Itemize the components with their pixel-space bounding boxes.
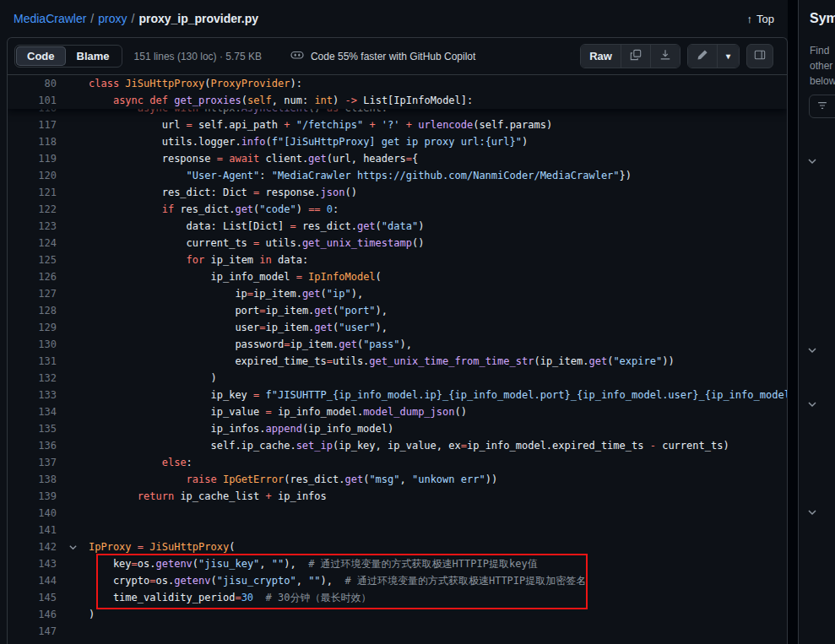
fold-gutter	[57, 437, 89, 454]
fold-gutter	[57, 302, 89, 319]
fold-gutter	[57, 133, 89, 150]
copilot-banner[interactable]: Code 55% faster with GitHub Copilot	[290, 48, 475, 64]
code-text: current_ts = utils.get_unix_timestamp()	[89, 235, 787, 252]
copy-raw-button[interactable]	[621, 45, 650, 68]
line-number[interactable]: 132	[8, 370, 57, 387]
raw-button[interactable]: Raw	[581, 45, 621, 68]
line-number[interactable]: 135	[8, 420, 57, 437]
symbols-panel-title: Sym	[810, 11, 835, 26]
code-text: url = self.api_path + "/fetchips" + '?' …	[89, 116, 787, 133]
line-number[interactable]: 125	[8, 252, 57, 268]
line-number[interactable]: 136	[8, 437, 57, 454]
code-text: port=ip_item.get("port"),	[89, 302, 787, 319]
fold-gutter	[57, 606, 89, 623]
code-line: 130 password=ip_item.get("pass"),	[8, 336, 787, 353]
code-text: async def get_proxies(self, num: int) ->…	[89, 92, 787, 109]
code-panel: CodeBlame 151 lines (130 loc) · 5.75 KB …	[7, 37, 788, 644]
breadcrumb-separator: /	[131, 12, 134, 25]
tab-blame[interactable]: Blame	[66, 46, 121, 66]
line-number[interactable]: 128	[8, 302, 57, 319]
chevron-down-icon	[807, 344, 817, 359]
chevron-down-icon	[807, 398, 817, 413]
code-line: 119 response = await client.get(url, hea…	[8, 150, 787, 167]
code-text: ip=ip_item.get("ip"),	[89, 285, 787, 302]
symbol-tree-item[interactable]	[807, 343, 835, 360]
line-number[interactable]: 134	[8, 403, 57, 420]
symbols-panel-toggle-button[interactable]	[746, 44, 773, 68]
code-text: return ip_cache_list + ip_infos	[89, 488, 787, 505]
code-text: self.ip_cache.set_ip(ip_key, ip_value, e…	[89, 437, 787, 454]
line-number[interactable]: 133	[8, 387, 57, 403]
line-number[interactable]: 120	[8, 167, 57, 184]
code-lines: 116 async with httpx.AsyncClient() as cl…	[8, 100, 787, 640]
symbol-tree-item[interactable]	[807, 397, 835, 414]
code-line: 143 key=os.getenv("jisu_key", ""), # 通过环…	[8, 555, 787, 572]
line-number[interactable]: 142	[8, 538, 57, 555]
panel-resize-divider[interactable]	[788, 0, 798, 644]
line-number[interactable]: 129	[8, 319, 57, 336]
code-line: 138 raise IpGetError(res_dict.get("msg",…	[8, 471, 787, 488]
line-number[interactable]: 143	[8, 555, 57, 572]
line-number[interactable]: 131	[8, 353, 57, 370]
line-number[interactable]: 119	[8, 150, 57, 167]
code-text: ip_info_model = IpInfoModel(	[89, 268, 787, 285]
line-number[interactable]: 117	[8, 116, 57, 133]
code-text: data: List[Dict] = res_dict.get("data")	[89, 218, 787, 235]
symbol-tree-item[interactable]	[807, 154, 835, 170]
code-text: res_dict: Dict = response.json()	[89, 184, 787, 201]
tab-code[interactable]: Code	[16, 46, 66, 66]
symbols-filter-input[interactable]	[809, 95, 835, 118]
line-number[interactable]: 144	[8, 572, 57, 589]
edit-button[interactable]	[688, 45, 717, 68]
line-number[interactable]: 145	[8, 589, 57, 606]
line-number[interactable]: 118	[8, 133, 57, 150]
fold-gutter	[57, 471, 89, 488]
line-number[interactable]: 123	[8, 218, 57, 235]
breadcrumb-repo-link[interactable]: MediaCrawler	[14, 12, 86, 25]
fold-gutter	[57, 387, 89, 403]
code-text: response = await client.get(url, headers…	[89, 150, 787, 167]
line-number[interactable]: 130	[8, 336, 57, 353]
code-line: 132 )	[8, 370, 787, 387]
edit-dropdown-button[interactable]: ▾	[717, 45, 739, 68]
line-number[interactable]: 127	[8, 285, 57, 302]
line-number[interactable]: 147	[8, 623, 57, 640]
line-number[interactable]: 146	[8, 606, 57, 623]
line-number[interactable]: 121	[8, 184, 57, 201]
download-icon	[659, 49, 671, 63]
breadcrumb-folder-link[interactable]: proxy	[98, 12, 127, 25]
code-text: )	[89, 370, 787, 387]
code-text: class JiSuHttpProxy(ProxyProvider):	[89, 75, 787, 92]
code-text: ip_value = ip_info_model.model_dump_json…	[89, 403, 787, 420]
file-toolbar: CodeBlame 151 lines (130 loc) · 5.75 KB …	[8, 38, 787, 75]
fold-gutter	[57, 454, 89, 471]
code-view-column: MediaCrawler / proxy / proxy_ip_provider…	[0, 0, 788, 644]
edit-actions-group: ▾	[687, 44, 740, 68]
breadcrumb: MediaCrawler / proxy / proxy_ip_provider…	[14, 12, 258, 25]
line-number[interactable]: 140	[8, 505, 57, 522]
code-line: 145 time_validity_period=30 # 30分钟（最长时效）	[8, 589, 787, 606]
fold-gutter	[57, 353, 89, 370]
line-number[interactable]: 122	[8, 201, 57, 218]
back-to-top-button[interactable]: ↑ Top	[747, 13, 774, 25]
line-number[interactable]: 138	[8, 471, 57, 488]
fold-gutter	[57, 555, 89, 572]
line-number[interactable]: 137	[8, 454, 57, 471]
line-number[interactable]: 124	[8, 235, 57, 252]
line-number[interactable]: 80	[8, 75, 57, 92]
line-number[interactable]: 126	[8, 268, 57, 285]
code-line: 118 utils.logger.info(f"[JiSuHttpProxy] …	[8, 133, 787, 150]
code-text: ip_infos.append(ip_info_model)	[89, 420, 787, 437]
fold-chevron-icon[interactable]	[57, 538, 89, 555]
line-number[interactable]: 101	[8, 92, 57, 109]
fold-gutter	[57, 235, 89, 252]
line-number[interactable]: 141	[8, 522, 57, 538]
download-raw-button[interactable]	[650, 45, 680, 68]
line-number[interactable]: 139	[8, 488, 57, 505]
symbol-tree-item[interactable]	[807, 505, 835, 522]
code-line: 80class JiSuHttpProxy(ProxyProvider):	[8, 75, 787, 92]
code-blame-tabs: CodeBlame	[14, 45, 122, 68]
code-text: IpProxy = JiSuHttpProxy(	[89, 538, 787, 555]
code-text: "User-Agent": "MediaCrawler https://gith…	[89, 167, 787, 184]
code-line: 142IpProxy = JiSuHttpProxy(	[8, 538, 787, 555]
